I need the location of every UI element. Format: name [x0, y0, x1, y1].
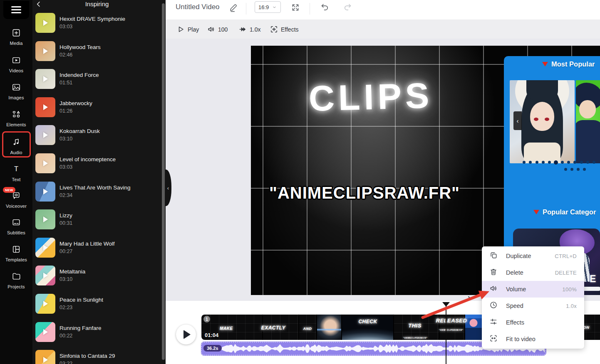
timeline-collapse-button[interactable] [465, 293, 477, 303]
effects-icon [489, 317, 498, 327]
carousel-dot[interactable] [570, 168, 573, 171]
carousel-dot[interactable] [561, 161, 564, 164]
rename-button[interactable] [229, 3, 238, 12]
sidebar-item-videos[interactable]: Videos [0, 56, 32, 73]
voiceover-icon [12, 191, 21, 202]
video-overlay-title: CLIPS [295, 74, 446, 119]
pencil-icon [229, 3, 238, 12]
track-duration: 03:22 [60, 361, 72, 364]
sidebar-item-projects[interactable]: Projects [0, 272, 32, 289]
sidebar-item-label: Subtitles [7, 230, 25, 235]
playhead-line[interactable] [446, 305, 446, 364]
track-duration: 00:27 [60, 248, 72, 254]
carousel-dot[interactable] [577, 168, 580, 171]
sidebar-item-images[interactable]: Images [0, 83, 32, 100]
menu-item-shortcut: CTRL+D [555, 253, 577, 259]
track-thumbnail-play-icon [35, 322, 55, 342]
sidebar-item-label: Videos [9, 68, 24, 73]
carousel-dot[interactable] [523, 161, 526, 164]
speed-control[interactable]: 1.0x [239, 20, 260, 39]
audio-track-item[interactable]: Hexxit DRAVE Symphonie03:03 [35, 13, 160, 33]
track-duration: 01:26 [60, 108, 72, 114]
clip-duration-label: 01:04 [205, 332, 218, 338]
speaker-icon [207, 25, 215, 33]
redo-button[interactable] [343, 3, 352, 12]
audio-track-item[interactable]: Metaltania03:10 [35, 266, 160, 285]
carousel-dot[interactable] [564, 168, 567, 171]
volume-icon [489, 284, 498, 294]
new-badge: NEW [3, 187, 15, 193]
clip-text-overlay: "ANIMECLIPSRAW.FR" [439, 329, 463, 331]
context-menu-item-duplicate[interactable]: DuplicateCTRL+D [482, 248, 584, 264]
timeline-play-button[interactable] [176, 325, 196, 344]
track-title: Kokoarrah Dusk [60, 128, 100, 134]
audio-track-item[interactable]: Mary Had a Little Wolf00:27 [35, 238, 160, 258]
audio-duration-badge: 36.2s [203, 345, 222, 352]
aspect-ratio-value: 16:9 [258, 4, 269, 10]
context-menu-item-speed[interactable]: Speed1.0x [482, 298, 584, 314]
track-title: Lives That Are Worth Saving [60, 184, 131, 191]
sidebar-item-audio[interactable]: Audio [0, 138, 32, 155]
audio-track-item[interactable]: Peace in Sunlight02:23 [35, 294, 160, 314]
audio-track-item[interactable]: Sinfonia to Cantata 2903:22 [35, 350, 160, 364]
carousel-dot[interactable] [554, 160, 558, 165]
sidebar-item-label: Templates [5, 257, 27, 262]
track-duration: 03:10 [60, 136, 72, 142]
track-duration: 03:03 [60, 164, 72, 170]
audio-track-item[interactable]: Indended Force01:51 [35, 69, 160, 89]
audio-track-item[interactable]: Jabberwocky01:26 [35, 97, 160, 117]
track-duration: 03:10 [60, 276, 72, 282]
context-menu-item-volume[interactable]: Volume100% [482, 281, 584, 298]
context-menu-item-delete[interactable]: DeleteDELETE [482, 264, 584, 281]
playback-toolbar: Play 100 1.0x Effects [166, 20, 600, 39]
subtitles-icon [12, 218, 21, 229]
track-thumbnail-play-icon [35, 182, 55, 202]
volume-control[interactable]: 100 [207, 20, 228, 39]
clip-text-overlay: RELEASED [436, 317, 467, 324]
audio-track-item[interactable]: Kokoarrah Dusk03:10 [35, 125, 160, 145]
sidebar-item-media[interactable]: Media [0, 28, 32, 46]
carousel-dot[interactable] [586, 161, 589, 164]
menu-item-label: Delete [506, 269, 523, 276]
context-menu-item-effects[interactable]: Effects [482, 314, 584, 331]
track-duration: 03:03 [60, 24, 72, 30]
sidebar-item-templates[interactable]: Templates [0, 245, 32, 262]
undo-icon [320, 3, 329, 12]
audio-track-item[interactable]: Lizzy00:31 [35, 209, 160, 229]
carousel-dot[interactable] [536, 161, 538, 164]
menu-item-shortcut: 100% [563, 286, 577, 293]
clip-text-overlay: THIS [408, 322, 421, 329]
menu-item-label: Fit to video [506, 336, 536, 342]
red-triangle-icon [533, 210, 539, 214]
undo-button[interactable] [320, 3, 329, 12]
sidebar-item-text[interactable]: TText [0, 165, 32, 182]
top-bar: Untitled Video 16:9 [166, 0, 600, 20]
carousel-dot[interactable] [573, 161, 576, 164]
audio-track-item[interactable]: Level of incomeptence03:03 [35, 153, 160, 173]
sidebar-item-elements[interactable]: Elements [0, 110, 32, 127]
track-title: Hollywood Tears [60, 44, 101, 50]
track-title: Mary Had a Little Wolf [60, 241, 115, 247]
effects-button[interactable]: Effects [270, 20, 299, 39]
project-title[interactable]: Untitled Video [176, 3, 220, 11]
carousel-dot[interactable] [542, 161, 545, 164]
context-menu-item-fit-to-video[interactable]: Fit to video [482, 331, 584, 347]
carousel-prev-button[interactable]: ‹ [513, 111, 522, 130]
sidebar-item-subtitles[interactable]: Subtitles [0, 218, 32, 235]
menu-item-shortcut: 1.0x [566, 303, 577, 309]
audio-track-item[interactable]: Running Fanfare00:22 [35, 322, 160, 342]
speed-value: 1.0x [250, 26, 260, 33]
menu-button[interactable] [3, 1, 29, 19]
audio-track-item[interactable]: Hollywood Tears02:46 [35, 41, 160, 61]
fullscreen-button[interactable] [291, 3, 300, 12]
carousel-dot[interactable] [580, 161, 583, 164]
aspect-ratio-select[interactable]: 16:9 [255, 1, 281, 13]
sidebar-item-voiceover[interactable]: NEWVoiceover [0, 191, 32, 209]
panel-scrollbar[interactable] [162, 3, 165, 360]
sidebar-item-label: Images [8, 95, 24, 100]
carousel-dot[interactable] [583, 168, 586, 171]
play-label: Play [188, 26, 199, 33]
play-button[interactable]: Play [177, 20, 199, 39]
audio-track-item[interactable]: Lives That Are Worth Saving02:34 [35, 182, 160, 202]
play-icon [177, 25, 185, 33]
